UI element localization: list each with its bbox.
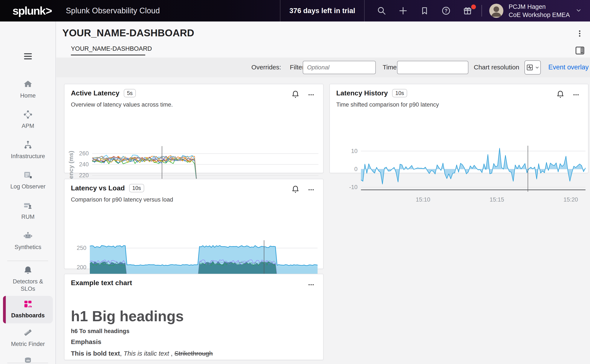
resolution-badge: 10s [129,184,144,192]
card-title: Latency History [336,89,388,97]
time-label: Time [383,64,397,71]
notification-dot [471,5,476,9]
time-input[interactable] [397,61,468,74]
card-active-latency: Active Latency 5s Overview of latency va… [64,84,324,173]
sidebar-item-metric-finder[interactable]: Metric Finder [0,327,56,348]
svg-text:15:15: 15:15 [490,196,504,203]
card-subtitle: Overview of latency values across time. [71,101,173,108]
synthetics-icon [23,231,33,243]
bell-icon[interactable] [556,90,565,100]
svg-text:?: ? [445,8,447,13]
strikethrough-text: Strikethrough [175,350,213,357]
sidebar-item-apm[interactable]: APM [0,109,56,130]
user-name: PCJM Hagen [509,3,570,11]
text-chart-h6: h6 To small headings [71,328,130,335]
sidebar-item-infrastructure[interactable]: Infrastructure [0,140,56,160]
bell-icon[interactable] [291,90,300,100]
event-overlay-link[interactable]: Event overlay [548,63,589,71]
kebab-menu-icon[interactable] [571,91,581,99]
italic-text: This is italic text [123,350,169,357]
bell-icon[interactable] [291,185,300,195]
sidebar-item-label: RUM [5,213,51,221]
resolution-badge: 5s [124,89,136,97]
text-chart-emphasis: Emphasis [71,338,101,345]
resolution-badge: 10s [392,89,407,97]
sidebar-item-label: Home [5,92,51,99]
card-latency-vs-load: Latency vs Load 10s Comparison for p90 l… [64,179,324,269]
hamburger-menu-icon[interactable] [0,51,56,64]
plus-icon[interactable] [398,6,408,16]
home-icon [23,79,33,92]
search-icon[interactable] [377,6,387,16]
product-name: Splunk Observability Cloud [66,6,160,15]
sidebar-item-log-observer[interactable]: Log Observer [0,170,56,190]
info-panel-toggle-icon[interactable] [575,45,585,57]
filter-input[interactable] [303,61,376,74]
kebab-menu-icon[interactable] [306,91,316,99]
filter-label: Filter [290,64,304,71]
card-title: Example text chart [71,279,132,287]
svg-text:220: 220 [79,172,89,179]
overrides-label: Overrides: [251,64,281,71]
sidebar-item-label: Synthetics [5,243,51,251]
chart-resolution-button[interactable] [525,60,541,75]
splunk-logo[interactable]: splunk> [13,4,52,17]
card-example-text-chart: Example text chart h1 Big headings h6 To… [64,274,324,360]
svg-text:250: 250 [77,245,86,251]
bold-text: This is bold text [71,350,120,357]
gift-icon[interactable] [463,6,473,16]
kebab-menu-icon[interactable] [306,187,316,194]
overrides-toolbar: Overrides: Filter Time Chart resolution … [56,58,590,77]
sidebar-item-label: Infrastructure [5,153,51,160]
card-latency-history: Latency History 10s Time shifted compari… [329,84,589,173]
chart-resolution-label: Chart resolution [474,64,519,71]
active-latency-chart: 20022024026015:1615:1715:1815:1915:20Lat… [65,112,323,171]
sidebar-item-label: Log Observer [5,183,51,190]
chevron-down-icon [535,65,539,70]
chevron-down-icon[interactable] [575,7,582,14]
user-org: CoE Workshop EMEA [509,11,570,19]
splunk-logo-text: splunk [13,4,45,17]
splunk-logo-gt: > [46,4,52,17]
sidebar-item-label: Detectors & SLOs [5,278,51,292]
metric-finder-ruler-icon [23,327,33,340]
page-kebab-menu-icon[interactable] [576,29,584,39]
log-observer-icon [23,170,33,183]
bookmark-icon[interactable] [420,6,429,16]
sidebar-divider [7,363,48,363]
card-title: Latency vs Load [71,184,125,192]
sidebar-item-rum[interactable]: RUM [0,200,56,221]
sidebar-item-label: Metric Finder [5,340,51,348]
help-icon[interactable]: ? [441,6,451,16]
svg-text:15:10: 15:10 [416,196,430,203]
page-title: YOUR_NAME-DASHBOARD [62,27,194,39]
separator: , [120,350,123,357]
sidebar-item-home[interactable]: Home [0,79,56,99]
text-chart-rich-line: This is bold text, This is italic text ,… [71,350,213,357]
trial-days-left: 376 days left in trial [280,0,365,21]
sidebar-item-dashboards[interactable]: Dashboards [0,299,56,319]
tab-dashboard[interactable]: YOUR_NAME-DASHBOARD [71,45,152,52]
dashboards-grid-icon [23,299,33,312]
rum-icon [23,200,33,213]
sidebar-item-synthetics[interactable]: Synthetics [0,231,56,251]
sidebar-item-detectors-slos[interactable]: Detectors & SLOs [0,265,56,292]
latency-vs-load-chart: 15020025015:1015:1515:20 [65,207,323,268]
topbar-divider [481,5,482,17]
user-menu[interactable]: PCJM Hagen CoE Workshop EMEA [489,3,582,19]
tab-active-underline [71,55,145,55]
card-title: Active Latency [71,89,119,97]
sidebar-item-label: Dashboards [5,312,51,319]
svg-text:260: 260 [79,150,89,157]
pulse-icon [526,63,534,72]
svg-text:0: 0 [354,166,357,172]
text-chart-h1: h1 Big headings [71,308,184,325]
sidebar: Home APM Infrastructure Log Observer RUM… [0,21,56,364]
main-content: YOUR_NAME-DASHBOARD YOUR_NAME-DASHBOARD … [56,21,590,364]
card-subtitle: Comparison for p90 latency versus load [71,196,173,203]
kebab-menu-icon[interactable] [306,281,316,289]
sidebar-divider [7,261,48,261]
avatar[interactable] [489,4,503,18]
topbar: splunk> Splunk Observability Cloud 376 d… [0,0,590,21]
svg-text:240: 240 [79,161,89,168]
